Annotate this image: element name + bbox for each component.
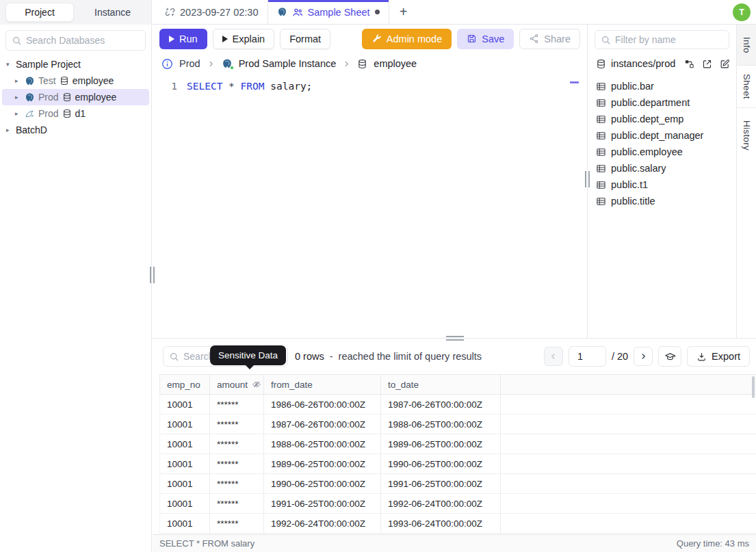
cell[interactable]: 1992-06-24T00:00:00Z [381, 494, 501, 513]
tab-sample-sheet[interactable]: Sample Sheet [268, 0, 389, 24]
tree-node-test-employee[interactable]: ▸ Test employee [2, 73, 149, 89]
new-tab-button[interactable]: + [389, 0, 418, 24]
external-link-icon[interactable] [702, 59, 712, 69]
executed-query-text: SELECT * FROM salary [159, 538, 255, 549]
cell-masked[interactable]: ****** [210, 415, 264, 434]
side-tab-sheet[interactable]: Sheet [737, 66, 756, 108]
table-item[interactable]: public.t1 [588, 176, 736, 193]
table-filter[interactable] [595, 30, 729, 49]
cell[interactable]: 10001 [160, 474, 210, 493]
admin-mode-button[interactable]: Admin mode [362, 29, 452, 49]
format-button[interactable]: Format [280, 29, 330, 49]
sql-keyword: SELECT [187, 81, 222, 92]
caret-right-icon[interactable]: ▸ [15, 77, 21, 84]
column-header-from-date[interactable]: from_date [264, 375, 381, 394]
cell[interactable]: 1990-06-25T00:00:00Z [264, 474, 381, 493]
column-header-to-date[interactable]: to_date [381, 375, 501, 394]
cell[interactable]: 1989-06-25T00:00:00Z [381, 434, 501, 454]
tab-query-history[interactable]: 2023-09-27 02:30 [156, 0, 268, 24]
tab-instance[interactable]: Instance [74, 7, 151, 18]
eye-off-icon[interactable] [252, 380, 261, 389]
editor-toolbar: Run Explain Format Admin mode Save [153, 25, 587, 52]
results-resize-handle[interactable] [446, 336, 464, 341]
cell-masked[interactable]: ****** [210, 474, 264, 493]
caret-right-icon[interactable]: ▸ [15, 94, 21, 101]
cell[interactable]: 10001 [160, 494, 210, 513]
table-item[interactable]: public.employee [588, 144, 736, 160]
tree-node-batchd[interactable]: ▸ BatchD [2, 122, 149, 138]
tab-project[interactable]: Project [5, 3, 74, 22]
cell[interactable]: 1987-06-26T00:00:00Z [381, 395, 501, 414]
breadcrumb-environment[interactable]: Prod [179, 58, 200, 69]
table-name: public.employee [611, 146, 683, 157]
cell[interactable]: 1987-06-26T00:00:00Z [264, 415, 381, 434]
edit-icon[interactable] [720, 59, 730, 69]
cell[interactable]: 10001 [160, 454, 210, 473]
sidebar-resize-handle[interactable] [150, 267, 155, 283]
cell[interactable]: 10001 [160, 514, 210, 533]
table-icon [596, 98, 606, 108]
cell[interactable]: 10001 [160, 434, 210, 454]
column-header-emp-no[interactable]: emp_no [160, 375, 210, 394]
cell-masked[interactable]: ****** [210, 434, 264, 454]
cell[interactable]: 1988-06-25T00:00:00Z [264, 434, 381, 454]
table-icon [596, 163, 606, 174]
cell[interactable]: 1993-06-24T00:00:00Z [381, 514, 501, 533]
table-row: 10001 ****** 1988-06-25T00:00:00Z 1989-0… [159, 434, 756, 454]
cell[interactable]: 1989-06-25T00:00:00Z [264, 454, 381, 473]
search-icon [601, 35, 611, 45]
cell[interactable]: 1991-06-25T00:00:00Z [381, 474, 501, 493]
project-tree: ▾ Sample Project ▸ Test employee ▸ Pr [0, 56, 151, 138]
breadcrumb-instance[interactable]: Prod Sample Instance [239, 58, 337, 69]
download-icon [696, 352, 707, 362]
side-tab-info[interactable]: Info [737, 25, 756, 66]
cell-masked[interactable]: ****** [210, 494, 264, 513]
table-item[interactable]: public.title [588, 193, 736, 209]
table-item[interactable]: public.dept_manager [588, 127, 736, 144]
project-label: BatchD [16, 124, 47, 135]
table-item[interactable]: public.salary [588, 160, 736, 176]
caret-right-icon[interactable]: ▸ [6, 127, 12, 133]
cell-masked[interactable]: ****** [210, 395, 264, 414]
table-name: public.dept_emp [611, 114, 683, 124]
tree-node-prod-employee[interactable]: ▸ Prod employee [2, 89, 149, 105]
caret-right-icon[interactable]: ▸ [15, 110, 21, 117]
column-header-amount[interactable]: amount [210, 375, 264, 394]
caret-down-icon[interactable]: ▾ [6, 61, 12, 68]
table-filter-input[interactable] [615, 34, 723, 45]
next-page-button[interactable] [634, 347, 653, 366]
side-tab-history[interactable]: History [737, 108, 756, 163]
database-search-input[interactable] [26, 35, 140, 46]
table-item[interactable]: public.department [588, 94, 736, 111]
sql-code-line[interactable]: SELECT * FROM salary; [187, 81, 312, 92]
table-item[interactable]: public.dept_emp [588, 111, 736, 127]
info-icon[interactable] [161, 58, 173, 70]
schema-panel-resize-handle[interactable] [585, 171, 590, 187]
cell[interactable]: 1991-06-25T00:00:00Z [264, 494, 381, 513]
schema-diagram-icon[interactable] [684, 59, 694, 69]
tree-node-prod-d1[interactable]: ▸ Prod d1 [2, 105, 149, 122]
cell[interactable]: 1988-06-25T00:00:00Z [381, 415, 501, 434]
cell-masked[interactable]: ****** [210, 454, 264, 473]
cell-masked[interactable]: ****** [210, 514, 264, 533]
page-number-input[interactable] [569, 346, 606, 367]
results-scrollbar[interactable] [752, 376, 755, 398]
explain-button[interactable]: Explain [213, 29, 275, 49]
save-button[interactable]: Save [457, 29, 514, 49]
export-button[interactable]: Export [687, 346, 750, 367]
cell[interactable]: 1992-06-24T00:00:00Z [264, 514, 381, 533]
data-masking-button[interactable] [658, 346, 681, 367]
database-search[interactable] [5, 30, 146, 51]
breadcrumb-database[interactable]: employee [374, 58, 417, 69]
cell[interactable]: 1986-06-26T00:00:00Z [264, 395, 381, 414]
cell[interactable]: 10001 [160, 395, 210, 414]
share-button[interactable]: Share [519, 29, 580, 49]
previous-page-button[interactable] [544, 347, 563, 366]
run-button[interactable]: Run [159, 29, 207, 49]
tree-node-sample-project[interactable]: ▾ Sample Project [2, 56, 149, 73]
sql-editor[interactable]: 1 SELECT * FROM salary; [153, 75, 587, 338]
user-avatar[interactable]: T [733, 3, 751, 21]
table-item[interactable]: public.bar [588, 78, 736, 94]
cell[interactable]: 1990-06-25T00:00:00Z [381, 454, 501, 473]
cell[interactable]: 10001 [160, 415, 210, 434]
